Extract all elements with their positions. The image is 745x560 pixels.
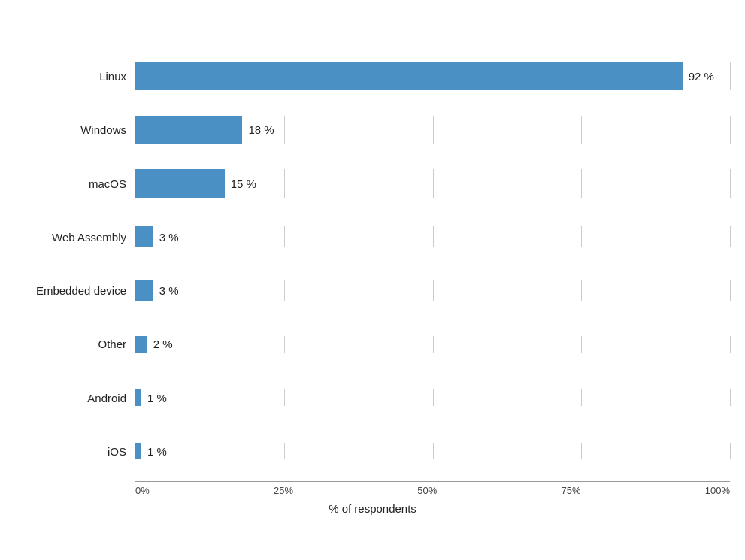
- bar-fill: [135, 116, 242, 144]
- x-axis-label: 50%: [417, 485, 437, 496]
- bar-fill: [135, 389, 141, 406]
- grid-line: [730, 443, 731, 459]
- bar-fill: [135, 443, 141, 459]
- bar-label: Other: [15, 338, 135, 350]
- bar-fill: [135, 62, 683, 90]
- bar-track: 3 %: [135, 280, 730, 301]
- x-axis-label: 0%: [135, 485, 150, 496]
- bar-track: 1 %: [135, 443, 730, 459]
- x-axis-label: 100%: [705, 485, 730, 496]
- bar-track: 18 %: [135, 116, 730, 144]
- x-axis-labels: 0%25%50%75%100%: [135, 482, 730, 496]
- chart-area: Linux92 %Windows18 %macOS15 %Web Assembl…: [15, 50, 730, 515]
- bar-value-label: 1 %: [147, 445, 167, 458]
- x-axis-label: 75%: [561, 485, 580, 496]
- grid-line: [730, 116, 731, 144]
- bar-value-label: 15 %: [231, 177, 256, 190]
- bars-container: Linux92 %Windows18 %macOS15 %Web Assembl…: [15, 50, 730, 478]
- bar-fill: [135, 336, 147, 353]
- bar-value-label: 18 %: [248, 123, 274, 136]
- bar-row: Windows18 %: [15, 103, 730, 156]
- bar-label: Linux: [15, 70, 135, 83]
- grid-line: [730, 336, 731, 353]
- x-axis-label: 25%: [274, 485, 293, 496]
- grid-line: [730, 280, 731, 301]
- bar-track: 92 %: [135, 62, 730, 90]
- bar-row: Linux92 %: [15, 50, 730, 103]
- chart-container: Linux92 %Windows18 %macOS15 %Web Assembl…: [0, 0, 745, 560]
- bar-label: iOS: [15, 445, 135, 458]
- bar-value-label: 92 %: [689, 70, 714, 83]
- bar-fill: [135, 280, 153, 301]
- x-axis-wrapper: 0%25%50%75%100%: [135, 481, 730, 496]
- bar-label: Embedded device: [15, 284, 135, 297]
- bar-row: Embedded device3 %: [15, 264, 730, 317]
- bar-row: Android1 %: [15, 371, 730, 424]
- bar-label: Android: [15, 392, 135, 404]
- bar-row: macOS15 %: [15, 156, 730, 210]
- bar-value-label: 2 %: [153, 338, 173, 350]
- bar-row: Other2 %: [15, 317, 730, 371]
- grid-line: [730, 226, 731, 247]
- grid-line: [730, 62, 731, 90]
- bar-track: 15 %: [135, 169, 730, 198]
- bar-track: 3 %: [135, 226, 730, 247]
- bar-row: Web Assembly3 %: [15, 210, 730, 264]
- bar-label: macOS: [15, 177, 135, 190]
- bar-track: 1 %: [135, 389, 730, 406]
- x-axis-title: % of respondents: [15, 502, 730, 515]
- bar-row: iOS1 %: [15, 425, 730, 478]
- bar-fill: [135, 226, 153, 247]
- bar-track: 2 %: [135, 336, 730, 353]
- bar-label: Web Assembly: [15, 231, 135, 244]
- bar-value-label: 1 %: [147, 392, 167, 404]
- grid-line: [730, 169, 731, 198]
- bar-label: Windows: [15, 123, 135, 136]
- bar-value-label: 3 %: [159, 231, 179, 244]
- bar-fill: [135, 169, 225, 198]
- grid-line: [730, 389, 731, 406]
- bar-value-label: 3 %: [159, 284, 179, 297]
